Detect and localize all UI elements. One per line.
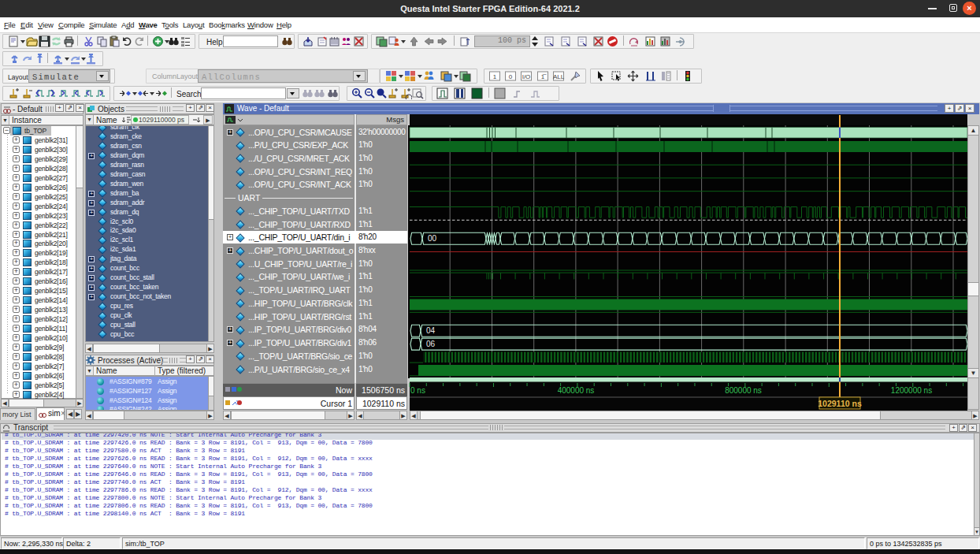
svg-text:400000 ns: 400000 ns [558, 386, 595, 395]
svg-text:00: 00 [428, 234, 437, 243]
svg-text:04: 04 [426, 326, 436, 335]
svg-text:1: 1 [493, 73, 497, 80]
svg-text:800000 ns: 800000 ns [725, 386, 762, 395]
svg-text:1200000 ns: 1200000 ns [891, 386, 932, 395]
svg-text:06: 06 [426, 340, 436, 348]
svg-text:ALL: ALL [553, 73, 565, 80]
svg-text:I/O: I/O [522, 73, 531, 80]
svg-text:0: 0 [509, 73, 513, 80]
svg-text:0 ns: 0 ns [410, 386, 425, 395]
svg-text:1029110 ns: 1029110 ns [818, 399, 862, 408]
